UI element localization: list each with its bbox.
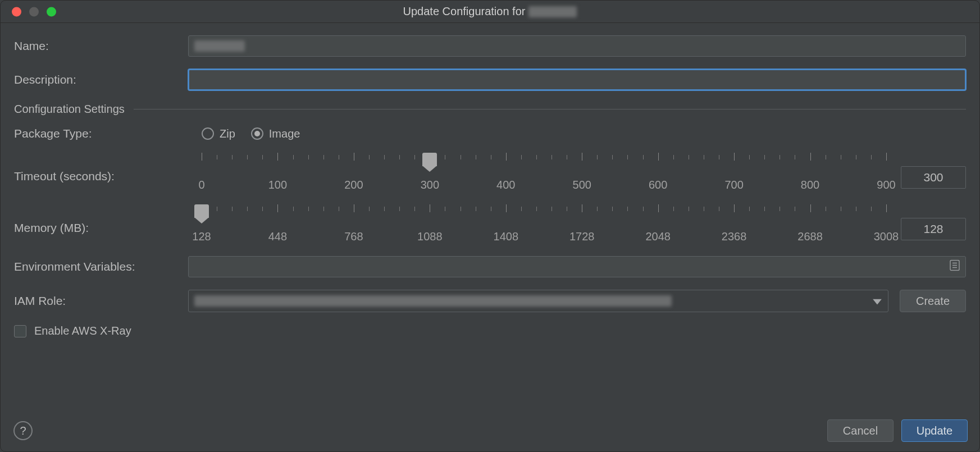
list-icon[interactable] [950, 260, 960, 274]
iam-label: IAM Role: [14, 294, 188, 308]
name-input[interactable] [188, 35, 966, 57]
redacted-iam-value [194, 295, 672, 307]
iam-role-select[interactable] [188, 290, 888, 312]
package-type-group: Zip Image [202, 127, 300, 140]
package-type-zip-radio[interactable]: Zip [202, 127, 235, 140]
update-button[interactable]: Update [901, 419, 968, 442]
timeout-label: Timeout (seconds): [14, 153, 202, 183]
minimize-window-icon[interactable] [29, 7, 39, 16]
memory-label: Memory (MB): [14, 204, 202, 235]
title-text: Update Configuration for [403, 5, 526, 18]
help-button[interactable]: ? [13, 421, 33, 440]
chevron-down-icon [873, 295, 882, 308]
name-label: Name: [14, 39, 188, 53]
memory-slider[interactable]: 1284487681088140817282048236826883008 [202, 204, 886, 238]
radio-icon [251, 127, 263, 140]
env-variables-input[interactable] [188, 256, 966, 277]
divider [134, 109, 966, 109]
timeout-value[interactable]: 300 [901, 166, 966, 189]
xray-checkbox[interactable] [14, 325, 26, 337]
redacted-name [528, 6, 577, 17]
zip-label: Zip [220, 127, 235, 140]
env-label: Environment Variables: [14, 260, 188, 273]
redacted-name-value [194, 40, 245, 52]
create-role-button[interactable]: Create [900, 290, 966, 312]
window-controls [12, 7, 56, 16]
radio-icon [202, 127, 214, 140]
close-window-icon[interactable] [12, 7, 21, 16]
svg-marker-4 [873, 299, 882, 305]
memory-value[interactable]: 128 [901, 218, 966, 240]
cancel-button[interactable]: Cancel [827, 419, 894, 442]
titlebar: Update Configuration for [1, 1, 979, 23]
image-label: Image [269, 127, 300, 140]
page-title: Update Configuration for [403, 5, 577, 18]
section-heading: Configuration Settings [14, 103, 125, 116]
package-type-image-radio[interactable]: Image [251, 127, 300, 140]
zoom-window-icon[interactable] [47, 7, 56, 16]
timeout-slider[interactable]: 0100200300400500600700800900 [202, 153, 886, 186]
package-type-label: Package Type: [14, 127, 202, 140]
description-input[interactable] [188, 69, 966, 90]
description-label: Description: [14, 73, 188, 86]
xray-label: Enable AWS X-Ray [34, 325, 131, 337]
